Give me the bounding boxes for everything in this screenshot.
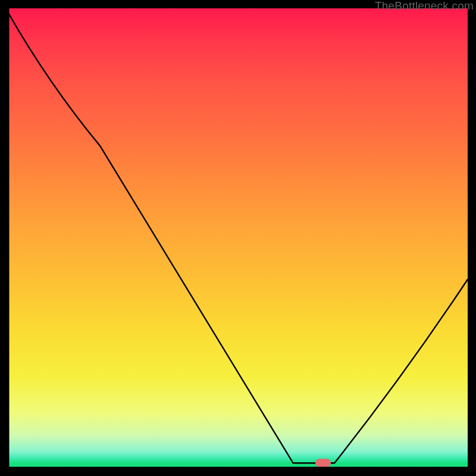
optimum-marker [315, 459, 331, 467]
watermark: TheBottleneck.com [375, 0, 474, 12]
chart-container: TheBottleneck.com [0, 0, 476, 476]
heat-gradient [8, 8, 468, 468]
plot-area [8, 8, 468, 468]
